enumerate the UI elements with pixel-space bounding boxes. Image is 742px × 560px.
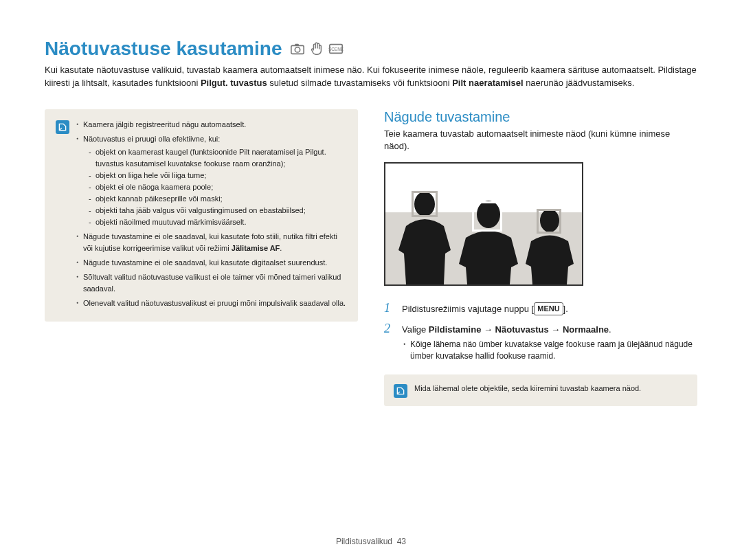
step2-arrow2: → [549, 324, 563, 335]
page-footer: Pildistusvalikud 43 [0, 537, 742, 546]
step-1-body: Pildistusrežiimis vajutage nuppu [MENU]. [402, 301, 697, 316]
step1-b: ]. [563, 304, 568, 314]
note-li2-text: Näotuvastus ei pruugi olla efektiivne, k… [83, 135, 220, 143]
step1-a: Pildistusrežiimis vajutage nuppu [ [402, 304, 534, 314]
right-note2: Mida lähemal olete objektile, seda kiire… [414, 384, 641, 392]
right-column: Nägude tuvastamine Teie kaamera tuvastab… [384, 109, 697, 406]
intro-t2: suletud silmade tuvastamiseks või funkts… [267, 78, 453, 88]
note-li6: Olenevalt valitud näotuvastusvalikust ei… [76, 298, 347, 309]
right-note-box: Mida lähemal olete objektile, seda kiire… [384, 374, 697, 406]
note-icon [56, 120, 69, 134]
left-note-box: Kaamera jälgib registreeritud nägu autom… [45, 109, 358, 322]
footer-page: 43 [397, 537, 406, 546]
note-li3-c: . [280, 244, 282, 252]
step2-c: Näotuvastus [495, 324, 549, 335]
intro-b1: Pilgut. tuvastus [201, 78, 267, 88]
note-li2-a: objekt on kaamerast kaugel (funktsioonid… [89, 146, 347, 170]
face-frame-left [412, 191, 438, 217]
step-2-body: Valige Pildistamine → Näotuvastus → Norm… [402, 322, 697, 362]
menu-label: MENU [534, 302, 563, 315]
note-li2-b: objekt on liiga hele või liiga tume; [89, 170, 347, 181]
note-li2-c: objekt ei ole näoga kaamera poole; [89, 181, 347, 193]
intro-paragraph: Kui kasutate näotuvastuse valikuid, tuva… [45, 64, 697, 90]
note-li5: Sõltuvalt valitud näotuvastuse valikust … [76, 271, 347, 295]
footer-label: Pildistusvalikud [336, 537, 392, 546]
mode-icons: SCENE [290, 41, 344, 56]
note-li2: Näotuvastus ei pruugi olla efektiivne, k… [76, 133, 347, 228]
page-title: Näotuvastuse kasutamine [45, 38, 282, 60]
note-li2-e: objekti taha jääb valgus või valgustingi… [89, 205, 347, 216]
note-li3-b: Jälitamise AF [232, 244, 280, 252]
svg-point-1 [295, 47, 300, 52]
step-2: 2 Valige Pildistamine → Näotuvastus → No… [384, 322, 697, 362]
step-2-num: 2 [384, 322, 395, 362]
note-li2-d: objekt kannab päikeseprille või maski; [89, 193, 347, 205]
subtext: Teie kaamera tuvastab automaatselt inime… [384, 128, 697, 153]
step-1-num: 1 [384, 301, 395, 316]
left-column: Kaamera jälgib registreeritud nägu autom… [45, 109, 358, 406]
step2-e: . [609, 324, 611, 335]
camera-icon [290, 41, 305, 56]
face-detect-illustration [384, 162, 583, 286]
svg-rect-2 [295, 44, 300, 46]
step2-a: Valige [402, 324, 429, 335]
scene-icon: SCENE [328, 41, 344, 56]
title-row: Näotuvastuse kasutamine SCENE [45, 38, 697, 60]
svg-text:SCENE: SCENE [328, 47, 344, 52]
right-note-body: Mida lähemal olete objektile, seda kiire… [414, 383, 688, 398]
note-li2-f: objekti näoilmed muutuvad märkimisväärse… [89, 216, 347, 228]
two-column-layout: Kaamera jälgib registreeritud nägu autom… [45, 109, 697, 406]
step2-b: Pildistamine [429, 324, 482, 335]
intro-b2: Pilt naeratamisel [452, 78, 523, 88]
note-li3-a: Nägude tuvastamine ei ole saadaval, kui … [83, 232, 337, 252]
face-frame-center [472, 201, 502, 232]
note-li4: Nägude tuvastamine ei ole saadaval, kui … [76, 257, 347, 269]
step2-d: Normaalne [563, 324, 609, 335]
left-note-body: Kaamera jälgib registreeritud nägu autom… [76, 119, 347, 313]
hand-icon [309, 41, 324, 56]
note-icon [394, 384, 407, 398]
note-li1: Kaamera jälgib registreeritud nägu autom… [76, 119, 347, 131]
intro-t3: naerunäo jäädvustamiseks. [524, 78, 635, 88]
face-frame-right [537, 209, 561, 234]
steps: 1 Pildistusrežiimis vajutage nuppu [MENU… [384, 301, 697, 362]
step-1: 1 Pildistusrežiimis vajutage nuppu [MENU… [384, 301, 697, 316]
subheading: Nägude tuvastamine [384, 109, 697, 125]
note-li3: Nägude tuvastamine ei ole saadaval, kui … [76, 231, 347, 254]
step2-arrow1: → [481, 324, 495, 335]
step2-bullet: Kõige lähema näo ümber kuvatakse valge f… [402, 339, 697, 362]
